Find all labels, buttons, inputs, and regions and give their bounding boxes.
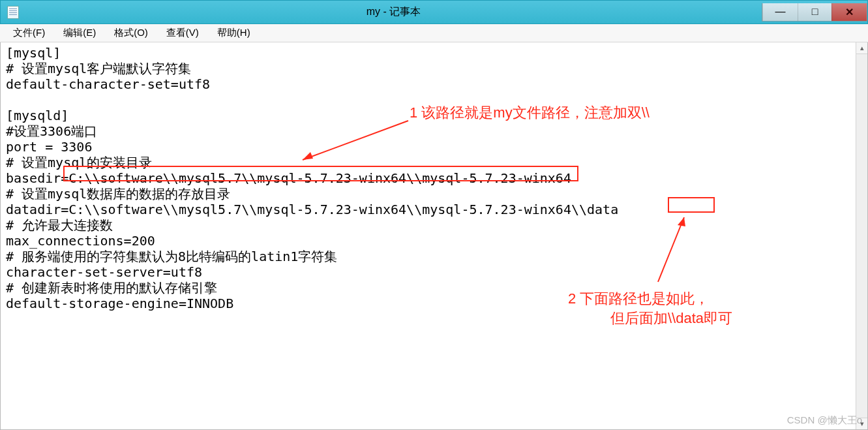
window-title: my - 记事本	[25, 5, 762, 19]
minimize-button[interactable]: —	[762, 3, 798, 21]
notepad-icon	[7, 6, 19, 19]
highlight-box-data	[668, 197, 715, 213]
maximize-button[interactable]: □	[798, 3, 831, 21]
menu-file[interactable]: 文件(F)	[4, 25, 54, 41]
scroll-up-button[interactable]: ▴	[856, 42, 867, 54]
watermark: CSDN @懒大王o	[787, 414, 862, 427]
vertical-scrollbar[interactable]: ▴ ▾	[856, 42, 867, 429]
app-icon	[1, 1, 25, 23]
menu-format[interactable]: 格式(O)	[105, 25, 157, 41]
title-bar: my - 记事本 — □ ✕	[0, 0, 868, 24]
text-editor[interactable]: [mysql] # 设置mysql客户端默认字符集 default-charac…	[1, 42, 856, 429]
menu-edit[interactable]: 编辑(E)	[54, 25, 105, 41]
close-button[interactable]: ✕	[831, 3, 867, 21]
menu-bar: 文件(F) 编辑(E) 格式(O) 查看(V) 帮助(H)	[0, 24, 868, 42]
menu-view[interactable]: 查看(V)	[157, 25, 208, 41]
window-controls: — □ ✕	[762, 3, 867, 22]
highlight-box-basedir	[63, 166, 578, 181]
menu-help[interactable]: 帮助(H)	[208, 25, 260, 41]
client-area: [mysql] # 设置mysql客户端默认字符集 default-charac…	[0, 42, 868, 430]
